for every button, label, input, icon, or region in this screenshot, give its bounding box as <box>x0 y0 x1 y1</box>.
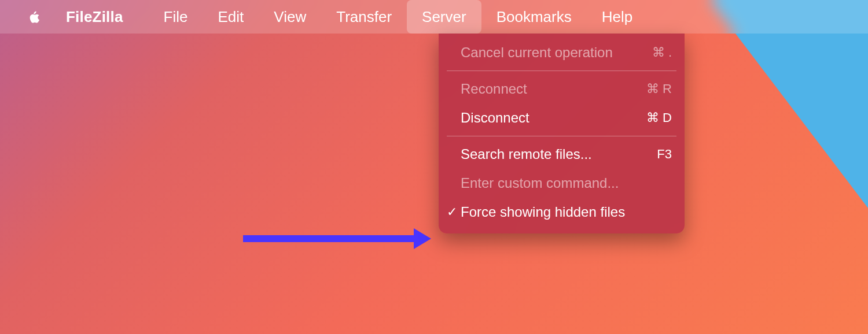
menu-server[interactable]: Server <box>407 0 481 34</box>
menuitem-search-remote[interactable]: Search remote files... F3 <box>439 140 685 169</box>
menuitem-force-hidden-files[interactable]: ✓ Force showing hidden files <box>439 198 685 227</box>
menu-edit[interactable]: Edit <box>203 0 259 34</box>
menuitem-shortcut: ⌘ D <box>637 110 672 125</box>
menu-view[interactable]: View <box>259 0 321 34</box>
check-icon: ✓ <box>443 205 461 220</box>
menuitem-label: Force showing hidden files <box>461 204 637 220</box>
menu-bookmarks[interactable]: Bookmarks <box>481 0 587 34</box>
menu-transfer[interactable]: Transfer <box>321 0 407 34</box>
menuitem-disconnect[interactable]: Disconnect ⌘ D <box>439 103 685 132</box>
desktop: FileZilla File Edit View Transfer Server… <box>0 0 868 334</box>
menuitem-shortcut: F3 <box>637 147 672 162</box>
menu-file[interactable]: File <box>149 0 203 34</box>
arrow-shaft <box>243 235 414 242</box>
menu-separator <box>447 70 676 71</box>
menuitem-label: Cancel current operation <box>461 44 637 61</box>
menuitem-shortcut: ⌘ R <box>637 81 672 97</box>
menu-separator <box>447 136 676 136</box>
menuitem-cancel-operation: Cancel current operation ⌘ . <box>439 38 685 67</box>
menuitem-label: Search remote files... <box>461 146 637 162</box>
server-dropdown: Cancel current operation ⌘ . Reconnect ⌘… <box>439 34 685 233</box>
menubar: FileZilla File Edit View Transfer Server… <box>0 0 868 34</box>
menuitem-label: Reconnect <box>461 81 637 97</box>
menu-help[interactable]: Help <box>587 0 648 34</box>
annotation-arrow <box>243 231 431 246</box>
menuitem-label: Enter custom command... <box>461 175 637 191</box>
apple-logo-icon[interactable] <box>25 9 42 25</box>
app-name[interactable]: FileZilla <box>66 8 123 26</box>
menuitem-enter-command: Enter custom command... <box>439 169 685 198</box>
menuitem-reconnect: Reconnect ⌘ R <box>439 75 685 103</box>
arrow-head-icon <box>414 228 431 249</box>
menuitem-shortcut: ⌘ . <box>637 45 672 60</box>
menuitem-label: Disconnect <box>461 110 637 126</box>
